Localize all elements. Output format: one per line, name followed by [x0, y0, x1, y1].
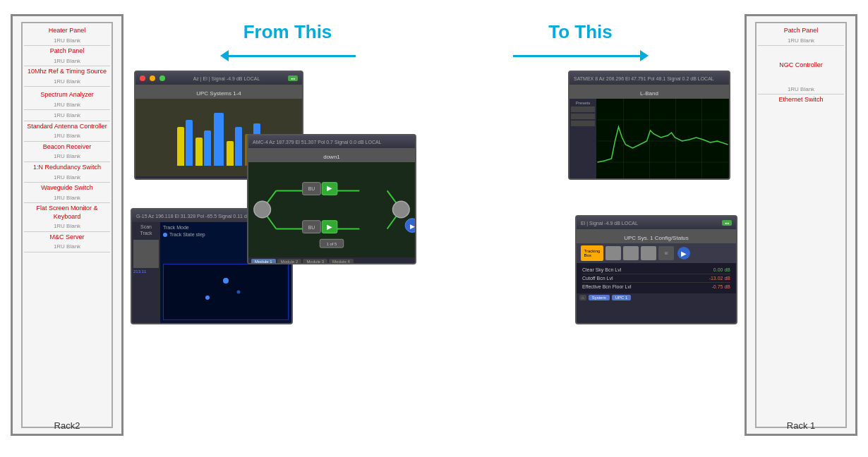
rack-left-label: Rack2	[13, 420, 121, 431]
ss-lband-presets-label: Presets	[571, 101, 595, 105]
rack-left-blank-2: 1RU Blank	[24, 57, 110, 66]
rack-left-blank-5: 1RU Blank	[24, 111, 110, 121]
rack-left-blank-10: 1RU Blank	[24, 222, 110, 231]
header-area: From This To This	[141, 21, 727, 61]
rack-left-item-antenna: Standard Antenna Controller	[24, 122, 110, 132]
ss-upc-btn-manual[interactable]: Manual	[140, 178, 159, 180]
ss-tracking-footer: ⌂ Config Status	[132, 323, 291, 324]
rack-left-item-waveguide: Waveguide Switch	[24, 183, 110, 193]
rack-left-item-timing: 10Mhz Ref & Timing Source	[24, 67, 110, 77]
ss-config-status: ●●	[722, 220, 732, 226]
ss-tracking-track: Track	[133, 231, 159, 236]
ss-config-btn-system[interactable]: System	[589, 295, 610, 300]
svg-text:▶: ▶	[327, 184, 332, 192]
ss-tracking-values: 213.11	[133, 269, 159, 274]
rack-left-inner: Heater Panel 1RU Blank Patch Panel 1RU B…	[21, 22, 113, 428]
rack-left-blank-1: 1RU Blank	[24, 37, 110, 46]
ss-upc-btn-auto[interactable]: Auto ▼	[162, 178, 182, 180]
to-this-container: To This	[513, 21, 649, 61]
ss-config-clear-val: 0.00 dB	[713, 267, 730, 272]
ss-down1-subtitle-bar: down1	[248, 148, 415, 162]
ss-down1-tab-4[interactable]: Module 4	[329, 259, 354, 264]
bar-2-1	[195, 138, 203, 166]
ss-config-effective-label: Effective Bcn Floor Lvl	[582, 284, 632, 289]
rack-left-blank-6: 1RU Blank	[24, 132, 110, 141]
ss-down1-tab-2[interactable]: Module 2	[277, 259, 302, 264]
rack-left-blank-7: 1RU Blank	[24, 152, 110, 162]
ss-config-footer: ⌂ System UPC 1	[577, 293, 736, 302]
ss-down1-tab-1[interactable]: Module 1	[251, 259, 276, 264]
ss-config-btn-home[interactable]: ⌂	[579, 295, 586, 300]
rack-left-blank-11: 1RU Blank	[24, 243, 110, 252]
from-arrow-head	[220, 50, 229, 61]
rack-right-item-ngc: NGC Controller	[758, 61, 844, 71]
ss-down1-tab-3[interactable]: Module 3	[303, 259, 327, 264]
rack-left-item-server: M&C Server	[24, 233, 110, 243]
rack-left-blank-4: 1RU Blank	[24, 101, 110, 110]
ss-config-nav-arrow[interactable]: ▶	[677, 247, 690, 260]
ss-lband-sidebar: Presets	[569, 99, 596, 180]
ss-down1-title: down1	[323, 154, 340, 160]
rack-left-item-patch: Patch Panel	[24, 47, 110, 56]
ss-lband-svg	[596, 99, 729, 180]
ss-config-title: UPC Sys. 1 Config/Status	[624, 235, 689, 241]
rack-left-blank-3: 1RU Blank	[24, 78, 110, 87]
svg-point-8	[254, 201, 271, 218]
ss-upc-status-dot: ●●	[288, 75, 298, 81]
ss-config-btn-upc1[interactable]: UPC 1	[612, 295, 632, 300]
to-arrow-head	[640, 50, 649, 61]
ss-tracking-state-dot	[163, 233, 167, 237]
ss-tracking-state: Track State step	[163, 232, 205, 237]
bar-1-1	[177, 127, 184, 166]
rack-right-item-ethernet: Ethernet Switch	[758, 95, 844, 105]
rack-left: Heater Panel 1RU Blank Patch Panel 1RU B…	[11, 14, 123, 436]
ss-upc-subtitle: UPC Systems 1-4	[196, 90, 241, 97]
ss-tracking-sidebar: Scan Track 213.11	[132, 222, 160, 323]
ss-lband-header-text: SATMEX 8 Az 208.296 El 47.791 Pol 48.1 S…	[574, 76, 725, 81]
ss-down1-diagram: BU BU ▶ ▶ 1 of 5 ▶	[248, 162, 415, 257]
screenshots-area: Az | El | Signal -4.9 dB LOCAL ●● UPC Sy…	[131, 71, 737, 443]
ss-config-header-text: El | Signal -4.9 dB LOCAL	[581, 221, 718, 226]
ss-tracking-dot-2	[205, 295, 210, 300]
ss-tracking-dot-1	[223, 278, 229, 284]
ss-upc-btn-2[interactable]: ▼	[185, 178, 195, 180]
rack-left-blank-8: 1RU Blank	[24, 173, 110, 183]
ss-lband-body: Presets	[569, 99, 729, 180]
ss-tracking-dot-3	[236, 291, 240, 294]
ss-lband-preset-3	[571, 121, 595, 126]
ss-lband-preset-2	[571, 114, 595, 119]
svg-point-17	[393, 201, 410, 218]
svg-text:BU: BU	[308, 186, 315, 191]
ss-upc-subtitle-bar: UPC Systems 1-4	[135, 85, 302, 99]
ss-config-subtitle-bar: UPC Sys. 1 Config/Status	[577, 229, 736, 243]
ss-down1-tabs: Module 1 Module 2 Module 3 Module 4	[248, 257, 415, 264]
ss-config-row-1: Clear Sky Bcn Lvl 0.00 dB	[582, 266, 730, 274]
from-this-container: From This	[220, 21, 356, 61]
rack-right-blank-1: 1RU Blank	[758, 37, 844, 46]
rack-left-item-redundancy: 1:N Redundancy Switch	[24, 163, 110, 173]
ss-upc-btn-3[interactable]: ▼	[198, 178, 207, 180]
from-this-label: From This	[243, 21, 332, 43]
bar-2-2	[204, 130, 211, 166]
ss-config-thumb-w: W	[658, 246, 674, 260]
rack-right: Patch Panel 1RU Blank NGC Controller 1RU…	[745, 14, 857, 436]
screenshot-lband: SATMEX 8 Az 208.296 El 47.791 Pol 48.1 S…	[568, 71, 730, 180]
ss-down1-header: AMC-4 Az 187.379 El 51.307 Pol 0.7 Signa…	[248, 135, 415, 148]
ss-config-header: El | Signal -4.9 dB LOCAL ●●	[577, 217, 736, 229]
rack-right-label: Rack 1	[747, 420, 855, 431]
bar-4-2	[235, 127, 242, 166]
to-arrow-line	[513, 55, 640, 57]
ss-config-row-3: Effective Bcn Floor Lvl -0.75 dB	[582, 283, 730, 291]
bar-3-1	[214, 113, 224, 166]
rack-left-item-heater: Heater Panel	[24, 26, 110, 36]
rack-right-item-patch: Patch Panel	[758, 26, 844, 36]
ss-upc-dot-yellow	[150, 75, 155, 81]
svg-text:▶: ▶	[327, 223, 332, 231]
bar-group-4	[227, 127, 242, 166]
ss-config-thumb-2	[623, 246, 639, 260]
ss-down1-header-text: AMC-4 Az 187.379 El 51.307 Pol 0.7 Signa…	[253, 140, 411, 145]
ss-lband-waveform	[596, 99, 729, 180]
from-arrow-line	[229, 55, 356, 57]
ss-lband-subtitle-bar: L-Band	[569, 85, 729, 99]
bar-group-3	[214, 113, 224, 166]
